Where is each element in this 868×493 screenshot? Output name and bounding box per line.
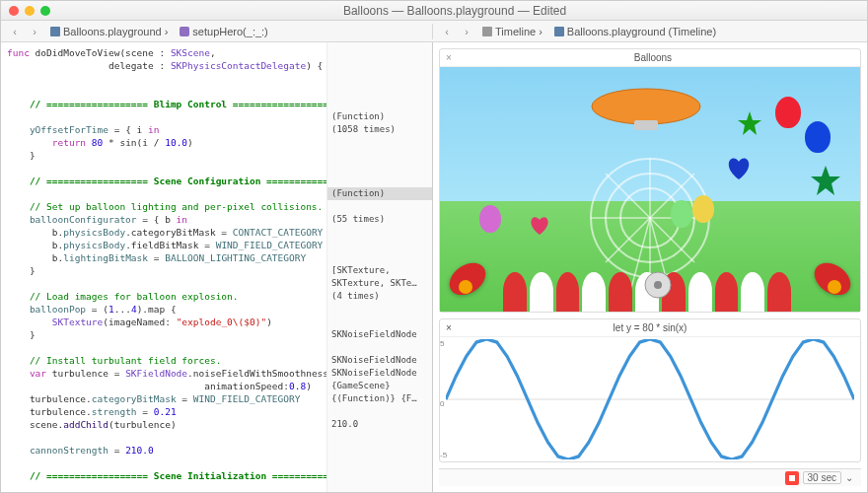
result-line[interactable]: (4 times) (331, 290, 428, 303)
breadcrumb-label: Balloons.playground (Timeline) (567, 26, 716, 37)
svg-rect-21 (634, 120, 658, 130)
cannon-icon (448, 251, 497, 297)
nav-back-button[interactable]: ‹ (7, 24, 23, 39)
close-icon[interactable] (9, 6, 19, 16)
breadcrumb-label: Timeline (495, 26, 536, 37)
result-line[interactable]: 210.0 (331, 418, 428, 431)
result-line[interactable]: SKNoiseFieldNode (331, 367, 428, 380)
assistant-editor: × Balloons (433, 42, 867, 492)
scene-panel: × Balloons (439, 48, 861, 313)
svg-rect-3 (554, 27, 564, 36)
result-line[interactable]: SKNoiseFieldNode (331, 328, 428, 341)
breadcrumb-timeline[interactable]: Timeline › (478, 26, 546, 37)
svg-rect-0 (50, 27, 60, 36)
window: Balloons — Balloons.playground — Edited … (0, 0, 868, 493)
result-line[interactable]: (1058 times) (331, 123, 428, 136)
svg-rect-2 (482, 27, 492, 36)
timeline-bar: 30 sec ⌄ (439, 468, 861, 486)
result-line[interactable]: (Function) (327, 187, 432, 200)
result-line[interactable]: (Function) (331, 110, 428, 123)
svg-point-18 (828, 280, 841, 294)
main-split: func doDidMoveToView(scene : SKScene, de… (1, 42, 867, 492)
chart-area[interactable]: 5 0 -5 (440, 337, 860, 461)
sine-plot (446, 339, 854, 459)
nav-forward-button[interactable]: › (27, 24, 42, 39)
cannon-icon (803, 251, 852, 297)
close-icon[interactable]: × (446, 322, 452, 333)
breadcrumb-symbol[interactable]: setupHero(_:_:) (176, 26, 271, 37)
result-line[interactable]: {GameScene} {(Function)} {F… (331, 380, 428, 405)
live-scene[interactable] (440, 67, 860, 312)
timeline-icon (482, 27, 492, 36)
chevron-down-icon[interactable]: ⌄ (845, 472, 853, 483)
axis-tick: 0 (440, 399, 444, 408)
results-gutter[interactable]: (Function) (1058 times) (Function) (55 t… (326, 42, 433, 492)
window-title: Balloons — Balloons.playground — Edited (50, 4, 859, 18)
result-line[interactable]: [SKTexture, SKTexture, SKTe… (331, 264, 428, 290)
record-button[interactable] (785, 471, 799, 485)
star-balloon-icon (811, 166, 840, 195)
minimize-icon[interactable] (25, 6, 35, 16)
blimp-icon (587, 87, 705, 136)
breadcrumb-label: setupHero(_:_:) (192, 26, 267, 37)
nav-forward-button[interactable]: › (459, 24, 474, 39)
svg-rect-1 (180, 27, 189, 36)
code-editor[interactable]: func doDidMoveToView(scene : SKScene, de… (1, 42, 326, 492)
axis-tick: -5 (440, 451, 447, 459)
breadcrumb-label: Balloons.playground (63, 26, 162, 37)
chart-title: let y = 80 * sin(x) (614, 322, 687, 333)
heart-balloon-icon (726, 156, 752, 181)
star-balloon-icon (738, 111, 761, 135)
heart-balloon-icon (529, 215, 550, 237)
result-line[interactable]: (55 times) (331, 213, 428, 226)
window-controls (9, 6, 50, 16)
playground-icon (50, 27, 60, 36)
zoom-icon[interactable] (40, 6, 50, 16)
svg-point-14 (654, 281, 662, 289)
axis-tick: 5 (440, 339, 444, 348)
fan-icon (641, 268, 675, 302)
breadcrumb-file[interactable]: Balloons.playground › (46, 26, 172, 37)
result-line[interactable]: SKNoiseFieldNode (331, 354, 428, 367)
jumpbar: ‹ › Balloons.playground › setupHero(_:_:… (1, 21, 867, 42)
titlebar: Balloons — Balloons.playground — Edited (1, 1, 867, 21)
chart-panel: × let y = 80 * sin(x) 5 0 -5 (439, 318, 861, 462)
playground-icon (554, 27, 564, 36)
svg-point-16 (459, 280, 472, 294)
breadcrumb-timeline-file[interactable]: Balloons.playground (Timeline) (550, 26, 720, 37)
function-icon (180, 27, 189, 36)
time-field[interactable]: 30 sec (803, 471, 841, 484)
panel-title: Balloons (452, 52, 854, 63)
nav-back-button[interactable]: ‹ (439, 24, 455, 39)
